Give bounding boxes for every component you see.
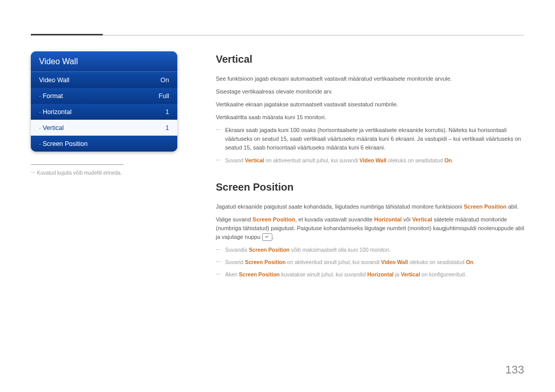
text: Suvandis <box>225 247 249 253</box>
osd-row-videowall[interactable]: Video Wall On <box>31 72 177 88</box>
text: . <box>272 234 274 240</box>
osd-row-value: On <box>160 77 169 84</box>
highlight-vertical: Vertical <box>245 157 264 163</box>
osd-row-label: Format <box>39 92 63 100</box>
text: Suvand <box>225 157 245 163</box>
highlight-screenposition: Screen Position <box>245 259 286 265</box>
vertical-p1: See funktsioon jagab ekraani automaatsel… <box>216 74 524 83</box>
osd-menu: Video Wall Video Wall On Format Full Hor… <box>31 51 177 152</box>
text: või <box>402 216 412 222</box>
left-column: Video Wall Video Wall On Format Full Hor… <box>31 51 216 283</box>
footnote-rule <box>31 164 123 165</box>
vertical-note1: Ekraani saab jagada kuni 100 osaks (hori… <box>216 126 524 152</box>
text: võib maksimaalselt olla kuni 100 monitor… <box>289 247 391 253</box>
text: on aktiveeritud ainult juhul, kui suvand… <box>286 259 381 265</box>
page: Video Wall Video Wall On Format Full Hor… <box>0 0 555 392</box>
highlight-screenposition: Screen Position <box>249 247 289 253</box>
screenpos-p2: Valige suvand Screen Position, et kuvada… <box>216 215 524 241</box>
text: Jagatud ekraanide paigutust saate kohand… <box>216 203 464 210</box>
text: ja <box>394 271 401 277</box>
enter-key-icon: ↵ <box>262 233 272 241</box>
text: olekuks on seadistatud <box>408 259 466 265</box>
right-column: Vertical See funktsioon jagab ekraani au… <box>216 51 524 283</box>
header-rule-accent <box>31 34 103 35</box>
vertical-p4: Vertikaalritta saab määrata kuni 15 moni… <box>216 113 524 122</box>
osd-row-value: 1 <box>165 108 169 116</box>
osd-title: Video Wall <box>31 51 177 72</box>
highlight-on: On <box>445 157 452 163</box>
text: Aken <box>225 271 239 277</box>
osd-row-format[interactable]: Format Full <box>31 88 177 104</box>
screenpos-note1: Suvandis Screen Position võib maksimaals… <box>216 246 524 254</box>
highlight-horizontal: Horizontal <box>367 271 394 277</box>
text: kuvatakse ainult juhul, kui suvandid <box>280 271 367 277</box>
osd-row-vertical[interactable]: Vertical 1 <box>31 120 177 136</box>
text: abil. <box>507 203 519 210</box>
screenpos-note2: Suvand Screen Position on aktiveeritud a… <box>216 258 524 266</box>
osd-row-value: 1 <box>165 124 169 132</box>
vertical-note2: Suvand Vertical on aktiveeritud ainult j… <box>216 156 524 164</box>
sidebar-footnote: Kuvatud kujutis võib mudeliti erineda. <box>31 169 195 177</box>
osd-row-screenposition[interactable]: Screen Position <box>31 136 177 152</box>
vertical-p3: Vertikaalne ekraan jagatakse automaatsel… <box>216 100 524 109</box>
screenpos-note3: Aken Screen Position kuvatakse ainult ju… <box>216 270 524 278</box>
osd-row-horizontal[interactable]: Horizontal 1 <box>31 104 177 120</box>
heading-screenposition: Screen Position <box>216 179 524 195</box>
text: . <box>452 157 453 163</box>
text: . <box>473 259 475 265</box>
text: Valige suvand <box>216 216 252 222</box>
text: Suvand <box>225 259 245 265</box>
osd-row-label: Vertical <box>39 124 64 132</box>
screenpos-p1: Jagatud ekraanide paigutust saate kohand… <box>216 202 524 211</box>
content: Video Wall Video Wall On Format Full Hor… <box>31 31 524 283</box>
highlight-vertical: Vertical <box>412 216 432 222</box>
osd-row-label: Screen Position <box>39 140 88 147</box>
header-rule <box>31 35 524 35</box>
highlight-vertical: Vertical <box>401 271 420 277</box>
vertical-p2: Sisestage vertikaalreas olevate monitori… <box>216 87 524 96</box>
highlight-horizontal: Horizontal <box>374 216 402 222</box>
page-number: 133 <box>505 363 524 377</box>
highlight-screenposition: Screen Position <box>252 216 295 222</box>
osd-row-value: Full <box>159 92 169 100</box>
heading-vertical: Vertical <box>216 51 524 67</box>
highlight-videowall: Video Wall <box>360 157 387 163</box>
text: on aktiveeritud ainult juhul, kui suvand… <box>264 157 360 163</box>
highlight-screenposition: Screen Position <box>464 203 507 210</box>
text: , et kuvada vastavalt suvandite <box>295 216 374 222</box>
osd-row-label: Horizontal <box>39 108 71 116</box>
highlight-screenposition: Screen Position <box>239 271 280 277</box>
highlight-videowall: Video Wall <box>381 259 409 265</box>
text: on konfigureeritud. <box>420 271 466 277</box>
highlight-on: On <box>466 259 474 265</box>
osd-row-label: Video Wall <box>39 77 69 84</box>
text: olekuks on seadistatud <box>386 157 445 163</box>
